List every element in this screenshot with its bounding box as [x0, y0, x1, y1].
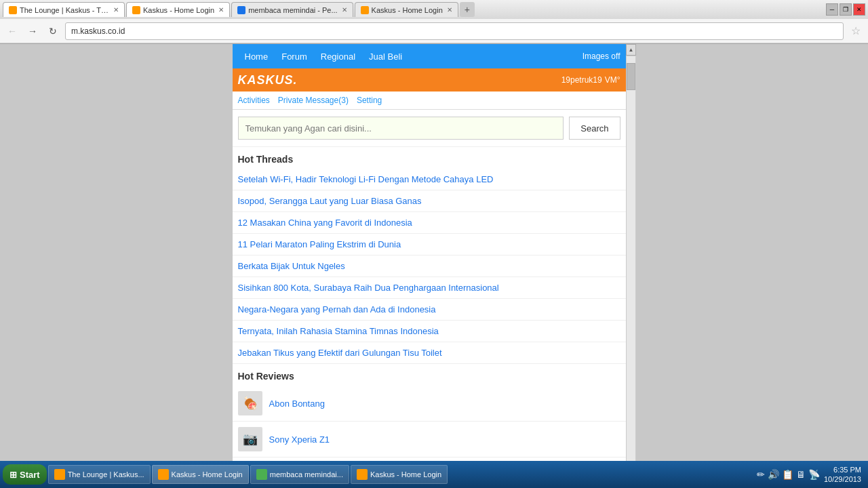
user-info: 19petruk19 VM° [561, 75, 620, 85]
taskbar-item-1[interactable]: The Lounge | Kaskus... [48, 465, 151, 484]
review-icon-1: 🍖 [238, 391, 262, 415]
taskbar-item-4[interactable]: Kaskus - Home Login [351, 465, 448, 484]
site-nav-links: Home Forum Regional Jual Beli [238, 44, 410, 68]
orange-bar: KASKUS. 19petruk19 VM° [233, 68, 626, 92]
tab-3[interactable]: membaca memindai - Pe... ✕ [231, 2, 353, 17]
hot-threads-title: Hot Threads [233, 147, 626, 169]
start-label: Start [20, 470, 40, 480]
activities-link[interactable]: Activities [238, 96, 270, 105]
list-item: Berkata Bijak Untuk Ngeles [233, 256, 626, 277]
taskbar-label-2: Kaskus - Home Login [172, 470, 243, 479]
tab-4[interactable]: Kaskus - Home Login ✕ [355, 2, 458, 17]
thread-link-7[interactable]: Negara-Negara yang Pernah dan Ada di Ind… [238, 304, 436, 314]
page-content: Home Forum Regional Jual Beli Images off… [233, 44, 626, 488]
thread-link-8[interactable]: Ternyata, Inilah Rahasia Stamina Timnas … [238, 326, 439, 336]
address-bar[interactable] [65, 22, 844, 40]
tab-favicon-1 [9, 6, 17, 14]
hot-reviews-title: Hot Reviews [233, 364, 626, 386]
forward-button[interactable]: → [24, 23, 41, 39]
review-icon-2: 📷 [238, 427, 262, 451]
user-nav: Activities Private Message(3) Setting [233, 92, 626, 110]
scroll-thumb[interactable] [627, 63, 635, 90]
search-input[interactable] [238, 117, 564, 140]
browser-scrollbar[interactable]: ▲ ▼ [626, 44, 636, 488]
taskbar-favicon-3 [256, 469, 267, 480]
taskbar-favicon-4 [357, 469, 368, 480]
thread-link-1[interactable]: Setelah Wi-Fi, Hadir Teknologi Li-Fi Den… [238, 174, 494, 184]
thread-link-5[interactable]: Berkata Bijak Untuk Ngeles [238, 261, 345, 271]
browser-chrome: The Lounge | Kaskus - Th... ✕ Kaskus - H… [0, 0, 868, 44]
window-controls: ─ ❐ ✕ [826, 3, 865, 16]
images-off-label: Images off [583, 52, 620, 61]
list-item: Ternyata, Inilah Rahasia Stamina Timnas … [233, 321, 626, 342]
taskbar-label-4: Kaskus - Home Login [370, 470, 441, 479]
list-item: 12 Masakan China yang Favorit di Indones… [233, 212, 626, 234]
list-item: Sisihkan 800 Kota, Surabaya Raih Dua Pen… [233, 277, 626, 299]
list-item: Jebakan Tikus yang Efektif dari Gulungan… [233, 342, 626, 364]
left-margin [0, 44, 233, 488]
thread-link-3[interactable]: 12 Masakan China yang Favorit di Indones… [238, 218, 412, 228]
tab-favicon-4 [361, 6, 369, 14]
close-button[interactable]: ✕ [853, 3, 865, 16]
tab-title-3: membaca memindai - Pe... [248, 6, 337, 14]
minimize-button[interactable]: ─ [826, 3, 838, 16]
list-item: 🍖 Abon Bontang [233, 386, 626, 422]
nav-home[interactable]: Home [238, 44, 275, 68]
tab-close-1[interactable]: ✕ [113, 6, 119, 14]
nav-regional[interactable]: Regional [314, 44, 362, 68]
tab-close-4[interactable]: ✕ [447, 6, 452, 14]
taskbar-right: ✏ 🔊 📋 🖥 📡 6:35 PM 10/29/2013 [757, 465, 865, 485]
setting-link[interactable]: Setting [357, 96, 382, 105]
tab-close-2[interactable]: ✕ [218, 6, 224, 14]
list-item: Setelah Wi-Fi, Hadir Teknologi Li-Fi Den… [233, 169, 626, 190]
title-bar: The Lounge | Kaskus - Th... ✕ Kaskus - H… [0, 0, 868, 19]
bookmark-icon[interactable]: ☆ [848, 23, 864, 39]
taskbar-icons: ✏ 🔊 📋 🖥 📡 [757, 469, 820, 480]
taskbar-item-3[interactable]: membaca memindai... [250, 465, 349, 484]
nav-jual-beli[interactable]: Jual Beli [362, 44, 409, 68]
start-button[interactable]: ⊞ Start [3, 464, 47, 485]
thread-link-4[interactable]: 11 Pelari Maraton Paling Ekstrim di Duni… [238, 239, 401, 249]
thread-link-6[interactable]: Sisihkan 800 Kota, Surabaya Raih Dua Pen… [238, 283, 499, 293]
private-message-link[interactable]: Private Message(3) [278, 96, 349, 105]
nav-bar: ← → ↻ ☆ [0, 19, 868, 43]
list-item: Negara-Negara yang Pernah dan Ada di Ind… [233, 299, 626, 321]
vm-label: VM° [605, 75, 620, 85]
nav-forum[interactable]: Forum [275, 44, 314, 68]
tab-title-2: Kaskus - Home Login [143, 6, 214, 14]
clock-date: 10/29/2013 [824, 474, 861, 484]
thread-link-2[interactable]: Isopod, Serangga Laut yang Luar Biasa Ga… [238, 196, 422, 206]
tab-1[interactable]: The Lounge | Kaskus - Th... ✕ [3, 2, 125, 17]
list-item: Isopod, Serangga Laut yang Luar Biasa Ga… [233, 190, 626, 212]
page-area: Home Forum Regional Jual Beli Images off… [0, 44, 868, 488]
back-button[interactable]: ← [4, 23, 20, 39]
time-display: 6:35 PM 10/29/2013 [824, 465, 861, 485]
review-link-2[interactable]: Sony Xperia Z1 [269, 434, 330, 445]
search-button[interactable]: Search [569, 117, 620, 140]
scroll-track[interactable] [626, 56, 636, 477]
restore-button[interactable]: ❐ [840, 3, 852, 16]
clock-time: 6:35 PM [824, 465, 861, 474]
tab-favicon-3 [237, 6, 245, 14]
tab-title-1: The Lounge | Kaskus - Th... [20, 6, 109, 14]
taskbar-item-2[interactable]: Kaskus - Home Login [152, 465, 249, 484]
thread-link-9[interactable]: Jebakan Tikus yang Efektif dari Gulungan… [238, 348, 442, 358]
tab-2[interactable]: Kaskus - Home Login ✕ [126, 2, 230, 17]
tab-close-3[interactable]: ✕ [342, 6, 347, 14]
review-link-1[interactable]: Abon Bontang [269, 399, 325, 409]
start-icon: ⊞ [9, 470, 17, 480]
taskbar: ⊞ Start The Lounge | Kaskus... Kaskus - … [0, 461, 868, 488]
taskbar-label-3: membaca memindai... [270, 470, 343, 479]
taskbar-favicon-2 [158, 469, 169, 480]
refresh-button[interactable]: ↻ [45, 23, 61, 39]
list-item: 11 Pelari Maraton Paling Ekstrim di Duni… [233, 234, 626, 256]
taskbar-favicon-1 [54, 469, 65, 480]
search-area: Search [233, 110, 626, 147]
taskbar-label-1: The Lounge | Kaskus... [68, 470, 144, 479]
list-item: 📷 Sony Xperia Z1 [233, 422, 626, 458]
scroll-up-arrow[interactable]: ▲ [626, 44, 636, 56]
username-label: 19petruk19 [561, 75, 602, 85]
site-nav: Home Forum Regional Jual Beli Images off [233, 44, 626, 68]
tab-title-4: Kaskus - Home Login [372, 6, 443, 14]
new-tab-button[interactable]: + [460, 2, 475, 17]
